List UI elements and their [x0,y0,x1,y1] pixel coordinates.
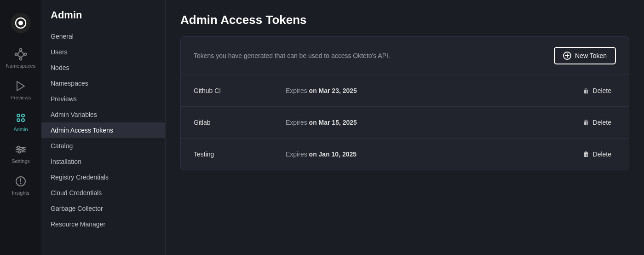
nav-item-nodes[interactable]: Nodes [41,60,165,75]
delete-token-2-button[interactable]: 🗑 Delete [578,148,616,161]
trash-icon: 🗑 [583,151,589,158]
token-panel: Tokens you have generated that can be us… [180,36,629,170]
svg-point-15 [17,146,20,149]
sidebar-item-namespaces[interactable]: Namespaces [0,42,41,74]
token-panel-header: Tokens you have generated that can be us… [181,37,629,75]
svg-point-4 [20,58,22,60]
token-expiry: Expires on Mar 23, 2025 [286,87,578,94]
sidebar-item-admin[interactable]: Admin [0,106,41,138]
svg-point-5 [15,53,17,56]
svg-point-17 [18,151,21,153]
delete-token-1-button[interactable]: 🗑 Delete [578,116,616,129]
nav-item-namespaces[interactable]: Namespaces [41,75,165,91]
new-token-button[interactable]: New Token [554,47,616,64]
nav-sidebar: Admin General Users Nodes Namespaces Pre… [41,0,166,255]
nav-item-admin-access-tokens[interactable]: Admin Access Tokens [41,122,165,138]
trash-icon: 🗑 [583,87,589,94]
svg-point-1 [18,21,23,25]
svg-marker-7 [17,81,24,91]
sidebar-item-insights[interactable]: Insights [0,169,41,201]
nav-item-garbage-collector[interactable]: Garbage Collector [41,201,165,216]
table-row: Github CI Expires on Mar 23, 2025 🗑 Dele… [181,75,629,107]
token-name: Gitlab [194,119,286,126]
token-panel-description: Tokens you have generated that can be us… [194,52,390,59]
svg-point-20 [20,183,22,184]
nav-sidebar-title: Admin [41,9,165,29]
nav-item-general[interactable]: General [41,29,165,44]
svg-point-6 [24,53,27,56]
nav-item-registry-credentials[interactable]: Registry Credentials [41,169,165,185]
table-row: Testing Expires on Jan 10, 2025 🗑 Delete [181,139,629,170]
nav-item-users[interactable]: Users [41,44,165,60]
svg-point-9 [22,114,24,117]
insights-icon [14,175,27,188]
svg-point-8 [17,114,20,117]
main-content: Admin Access Tokens Tokens you have gene… [166,0,644,255]
svg-point-2 [18,52,23,57]
nav-item-resource-manager[interactable]: Resource Manager [41,216,165,232]
previews-icon [14,80,27,93]
namespaces-icon [14,48,27,61]
token-expiry: Expires on Jan 10, 2025 [286,151,578,158]
plus-circle-icon [563,52,571,60]
svg-point-3 [20,49,22,51]
trash-icon: 🗑 [583,119,589,126]
token-name: Github CI [194,87,286,94]
token-expiry: Expires on Mar 15, 2025 [286,119,578,126]
table-row: Gitlab Expires on Mar 15, 2025 🗑 Delete [181,107,629,139]
svg-point-16 [22,149,24,151]
nav-item-cloud-credentials[interactable]: Cloud Credentials [41,185,165,201]
token-name: Testing [194,151,286,158]
icon-sidebar: Namespaces Previews Admin Settings [0,0,41,255]
admin-icon [14,111,27,124]
nav-item-admin-variables[interactable]: Admin Variables [41,107,165,122]
svg-point-10 [17,119,20,122]
sidebar-item-settings[interactable]: Settings [0,138,41,169]
delete-token-0-button[interactable]: 🗑 Delete [578,84,616,97]
nav-item-catalog[interactable]: Catalog [41,138,165,154]
svg-point-11 [22,119,24,122]
sidebar-item-previews[interactable]: Previews [0,74,41,106]
nav-item-previews[interactable]: Previews [41,91,165,107]
nav-item-installation[interactable]: Installation [41,154,165,169]
page-title: Admin Access Tokens [180,13,629,27]
logo [0,6,41,42]
settings-icon [14,143,27,156]
